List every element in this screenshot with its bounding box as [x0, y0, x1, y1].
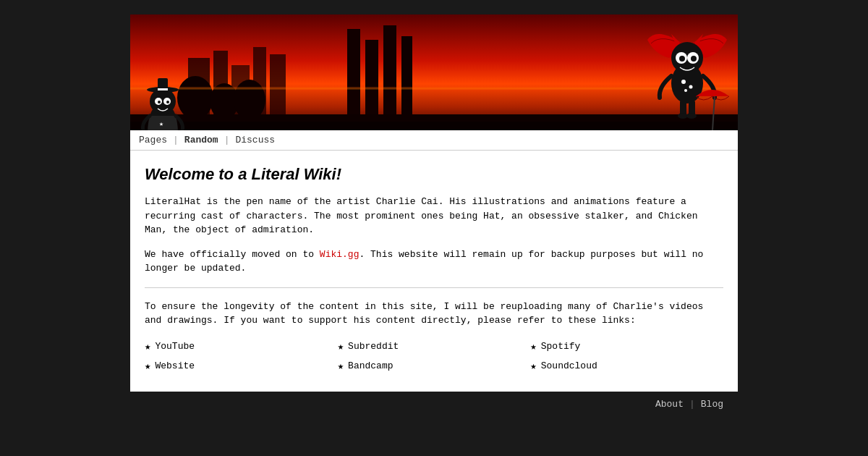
svg-rect-52: [680, 101, 686, 115]
content-divider: [145, 287, 723, 288]
svg-point-38: [158, 101, 161, 104]
link-bandcamp-label: Bandcamp: [348, 359, 393, 373]
links-grid: ★ YouTube ★ Subreddit ★ Spotify ★ Websit…: [145, 339, 723, 374]
mascot-hat-character: ★: [137, 72, 188, 130]
wiki-gg-link[interactable]: Wiki.gg: [320, 249, 359, 260]
banner: ★: [130, 14, 738, 130]
footer: About | Blog: [130, 392, 738, 417]
intro-paragraph: LiteralHat is the pen name of the artist…: [145, 195, 723, 237]
svg-text:★: ★: [159, 120, 163, 128]
svg-point-51: [684, 89, 687, 92]
link-spotify-label: Spotify: [541, 339, 581, 354]
link-subreddit-label: Subreddit: [348, 339, 399, 354]
link-youtube-label: YouTube: [155, 339, 195, 354]
svg-rect-35: [158, 88, 168, 90]
page-wrapper: ★: [130, 14, 738, 417]
svg-rect-16: [270, 54, 286, 116]
main-content: Welcome to a Literal Wiki! LiteralHat is…: [130, 151, 738, 392]
nav-sep-1: |: [173, 135, 179, 145]
svg-point-39: [166, 101, 169, 104]
svg-rect-53: [689, 101, 695, 115]
star-icon-subreddit: ★: [338, 339, 344, 355]
svg-point-55: [686, 113, 697, 119]
link-subreddit[interactable]: ★ Subreddit: [338, 339, 531, 355]
footer-blog[interactable]: Blog: [701, 399, 723, 410]
footer-sep: |: [689, 399, 695, 410]
link-website-label: Website: [155, 359, 195, 373]
svg-point-54: [678, 113, 688, 119]
nav-pages[interactable]: Pages: [139, 135, 167, 145]
nav-random[interactable]: Random: [184, 135, 218, 145]
link-website[interactable]: ★ Website: [145, 359, 338, 374]
link-bandcamp[interactable]: ★ Bandcamp: [338, 359, 531, 374]
svg-point-47: [679, 56, 685, 62]
navbar: Pages | Random | Discuss: [130, 130, 738, 151]
star-icon-youtube: ★: [145, 339, 150, 355]
svg-point-50: [689, 85, 693, 89]
star-icon-spotify: ★: [530, 339, 536, 355]
nav-sep-2: |: [224, 135, 230, 145]
nav-discuss[interactable]: Discuss: [235, 135, 275, 145]
link-spotify[interactable]: ★ Spotify: [530, 339, 723, 355]
mascot-devil-character: [644, 18, 731, 130]
svg-point-49: [681, 80, 686, 84]
link-soundcloud-label: Soundcloud: [541, 359, 597, 373]
link-youtube[interactable]: ★ YouTube: [145, 339, 338, 355]
page-title: Welcome to a Literal Wiki!: [145, 162, 723, 186]
star-icon-bandcamp: ★: [338, 359, 344, 374]
longevity-paragraph: To ensure the longevity of the content i…: [145, 300, 723, 328]
link-soundcloud[interactable]: ★ Soundcloud: [530, 359, 723, 374]
svg-line-56: [712, 96, 715, 130]
svg-point-48: [691, 56, 697, 62]
moved-prefix: We have officially moved on to: [145, 249, 320, 260]
star-icon-website: ★: [145, 359, 150, 374]
star-icon-soundcloud: ★: [530, 359, 536, 374]
moved-notice: We have officially moved on to Wiki.gg. …: [145, 248, 723, 276]
footer-about[interactable]: About: [655, 399, 684, 410]
